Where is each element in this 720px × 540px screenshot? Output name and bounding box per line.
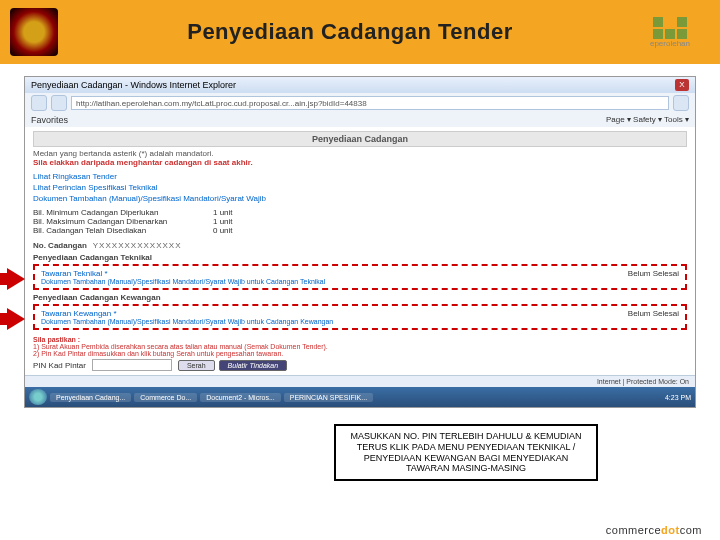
browser-menus[interactable]: Page ▾ Safety ▾ Tools ▾ bbox=[606, 115, 689, 125]
table-row: Bil. Cadangan Telah Disediakan0 unit bbox=[33, 226, 687, 235]
browser-navbar: http://latihan.eperolehan.com.my/tcLatLp… bbox=[25, 93, 695, 113]
eperolehan-logo: eperolehan bbox=[630, 12, 710, 52]
sila-item-1: 1) Surat Akuan Pembida diserahkan secara… bbox=[33, 343, 687, 350]
kewangan-highlight-box: Tawaran Kewangan * Dokumen Tambahan (Man… bbox=[33, 304, 687, 330]
link-tawaran-teknikal[interactable]: Tawaran Teknikal * bbox=[41, 269, 620, 278]
link-dokumen-teknikal[interactable]: Dokumen Tambahan (Manual)/Spesifikasi Ma… bbox=[41, 278, 620, 285]
taskbar-item[interactable]: Penyediaan Cadang... bbox=[50, 393, 131, 402]
refresh-button[interactable] bbox=[673, 95, 689, 111]
eperolehan-logo-text: eperolehan bbox=[650, 39, 690, 48]
start-button[interactable] bbox=[29, 389, 47, 405]
url-input[interactable]: http://latihan.eperolehan.com.my/tcLatLp… bbox=[71, 96, 669, 110]
sila-item-2: 2) Pin Kad Pintar dimasukkan dan klik bu… bbox=[33, 350, 687, 357]
mandatori-note: Medan yang bertanda asterik (*) adalah m… bbox=[33, 149, 687, 158]
link-dokumen-kewangan[interactable]: Dokumen Tambahan (Manual)/Spesifikasi Ma… bbox=[41, 318, 620, 325]
coat-of-arms-icon bbox=[10, 8, 58, 56]
status-right: Internet | Protected Mode: On bbox=[597, 378, 689, 385]
sila-title: Sila pastikan : bbox=[33, 336, 80, 343]
window-title: Penyediaan Cadangan - Windows Internet E… bbox=[31, 80, 236, 90]
arrow-teknikal-icon bbox=[0, 268, 25, 290]
taskbar-item[interactable]: Document2 - Micros... bbox=[200, 393, 280, 402]
taskbar-time: 4:23 PM bbox=[665, 394, 691, 401]
section-teknikal-label: Penyediaan Cadangan Teknikal bbox=[33, 253, 687, 262]
pin-label: PIN Kad Pintar bbox=[33, 361, 86, 370]
page-title: Penyediaan Cadangan bbox=[33, 131, 687, 147]
browser-statusbar: Internet | Protected Mode: On bbox=[25, 375, 695, 387]
favorites-label[interactable]: Favorites bbox=[31, 115, 68, 125]
table-row: Bil. Maksimum Cadangan Dibenarkan1 unit bbox=[33, 217, 687, 226]
count-table: Bil. Minimum Cadangan Diperlukan1 unit B… bbox=[33, 208, 687, 235]
link-perincian-spesifikasi[interactable]: Lihat Perincian Spesifikasi Teknikal bbox=[33, 182, 687, 193]
forward-button[interactable] bbox=[51, 95, 67, 111]
taskbar-item[interactable]: Commerce Do... bbox=[134, 393, 197, 402]
back-button[interactable] bbox=[31, 95, 47, 111]
browser-favorites-bar: Favorites Page ▾ Safety ▾ Tools ▾ bbox=[25, 113, 695, 127]
slide-header: Penyediaan Cadangan Tender eperolehan bbox=[0, 0, 720, 64]
pin-input[interactable] bbox=[92, 359, 172, 371]
bulatir-button[interactable]: Bulatir Tindakan bbox=[219, 360, 288, 371]
table-row: Bil. Minimum Cadangan Diperlukan1 unit bbox=[33, 208, 687, 217]
no-cadangan-row: No. Cadangan YXXXXXXXXXXXXX bbox=[33, 241, 687, 250]
taskbar: Penyediaan Cadang... Commerce Do... Docu… bbox=[25, 387, 695, 407]
no-cadangan-label: No. Cadangan bbox=[33, 241, 87, 250]
top-links: Lihat Ringkasan Tender Lihat Perincian S… bbox=[33, 171, 687, 204]
warning-text: Sila elakkan daripada menghantar cadanga… bbox=[33, 158, 687, 167]
taskbar-item[interactable]: PERINCIAN SPESIFIK... bbox=[284, 393, 373, 402]
section-kewangan: Penyediaan Cadangan Kewangan Tawaran Kew… bbox=[33, 293, 687, 330]
instruction-callout: MASUKKAN NO. PIN TERLEBIH DAHULU & KEMUD… bbox=[334, 424, 598, 481]
browser-titlebar: Penyediaan Cadangan - Windows Internet E… bbox=[25, 77, 695, 93]
section-teknikal: Penyediaan Cadangan Teknikal Tawaran Tek… bbox=[33, 253, 687, 290]
pin-row: PIN Kad Pintar Serah Bulatir Tindakan bbox=[33, 359, 687, 371]
teknikal-highlight-box: Tawaran Teknikal * Dokumen Tambahan (Man… bbox=[33, 264, 687, 290]
link-ringkasan-tender[interactable]: Lihat Ringkasan Tender bbox=[33, 171, 687, 182]
sila-pastikan: Sila pastikan : 1) Surat Akuan Pembida d… bbox=[33, 336, 687, 357]
page-content: Penyediaan Cadangan Medan yang bertanda … bbox=[25, 127, 695, 375]
close-icon[interactable]: X bbox=[675, 79, 689, 91]
browser-window: Penyediaan Cadangan - Windows Internet E… bbox=[24, 76, 696, 408]
status-teknikal: Belum Selesai bbox=[628, 269, 679, 278]
no-cadangan-value: YXXXXXXXXXXXXX bbox=[93, 241, 182, 250]
section-kewangan-label: Penyediaan Cadangan Kewangan bbox=[33, 293, 687, 302]
arrow-kewangan-icon bbox=[0, 308, 25, 330]
serah-button[interactable]: Serah bbox=[178, 360, 215, 371]
link-tawaran-kewangan[interactable]: Tawaran Kewangan * bbox=[41, 309, 620, 318]
status-kewangan: Belum Selesai bbox=[628, 309, 679, 318]
commercedotcom-logo: commercedotcom bbox=[606, 524, 702, 536]
link-dokumen-tambahan[interactable]: Dokumen Tambahan (Manual)/Spesifikasi Ma… bbox=[33, 193, 687, 204]
slide-title: Penyediaan Cadangan Tender bbox=[70, 19, 630, 45]
